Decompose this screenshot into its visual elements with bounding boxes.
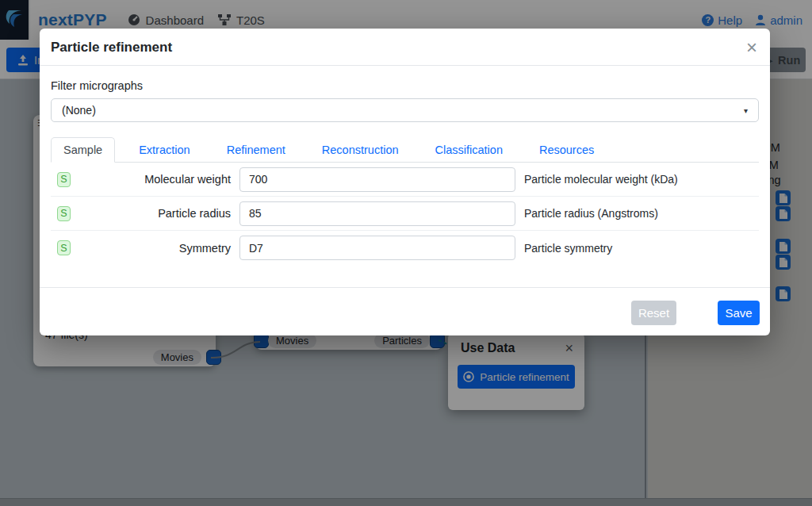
- reset-button[interactable]: Reset: [631, 301, 676, 325]
- form-row-particle-radius: S Particle radius Particle radius (Angst…: [51, 197, 759, 231]
- field-label: Symmetry: [71, 242, 232, 255]
- scope-badge: S: [57, 172, 71, 187]
- tab-sample[interactable]: Sample: [51, 137, 115, 163]
- scope-badge: S: [57, 206, 71, 221]
- chevron-down-icon: ▾: [744, 106, 748, 115]
- close-icon[interactable]: ×: [746, 40, 757, 55]
- particle-radius-input[interactable]: [239, 201, 515, 226]
- modal-title: Particle refinement: [51, 40, 172, 56]
- field-label: Particle radius: [71, 207, 232, 220]
- modal-header: Particle refinement ×: [40, 29, 770, 66]
- particle-refinement-modal: Particle refinement × Filter micrographs…: [40, 29, 770, 335]
- molecular-weight-input[interactable]: [239, 167, 515, 192]
- tab-resources[interactable]: Resources: [527, 137, 607, 163]
- tab-reconstruction[interactable]: Reconstruction: [309, 137, 412, 163]
- field-description: Particle symmetry: [524, 242, 612, 255]
- scope-badge: S: [57, 240, 71, 255]
- tab-extraction[interactable]: Extraction: [126, 137, 202, 163]
- field-label: Molecular weight: [71, 173, 232, 186]
- symmetry-input[interactable]: [239, 236, 515, 260]
- modal-body: Filter micrographs (None) ▾ Sample Extra…: [40, 66, 770, 287]
- field-description: Particle radius (Angstroms): [524, 207, 658, 220]
- save-button[interactable]: Save: [718, 301, 760, 325]
- filter-micrographs-select[interactable]: (None) ▾: [51, 98, 759, 122]
- filter-micrographs-label: Filter micrographs: [51, 79, 759, 92]
- modal-footer: Reset Save: [40, 287, 770, 335]
- form-row-molecular-weight: S Molecular weight Particle molecular we…: [51, 163, 759, 197]
- tab-classification[interactable]: Classification: [423, 137, 515, 163]
- field-description: Particle molecular weight (kDa): [524, 173, 678, 186]
- tab-refinement[interactable]: Refinement: [214, 137, 298, 163]
- form-row-symmetry: S Symmetry Particle symmetry: [51, 231, 759, 265]
- settings-tabs: Sample Extraction Refinement Reconstruct…: [51, 137, 759, 163]
- select-value: (None): [62, 104, 96, 117]
